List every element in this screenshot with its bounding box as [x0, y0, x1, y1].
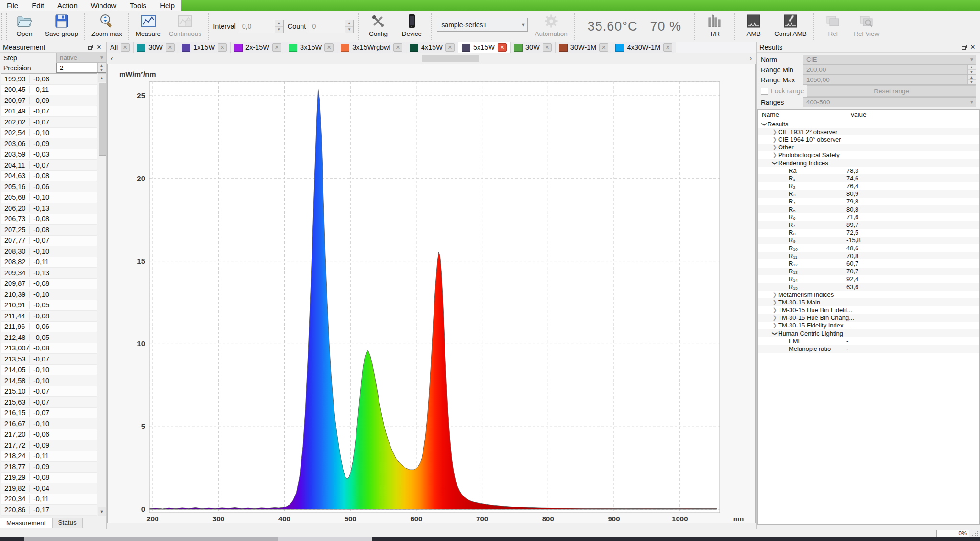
- table-row[interactable]: 199,93-0,06: [1, 74, 97, 85]
- scrollbar-thumb[interactable]: [99, 83, 106, 156]
- tree-row[interactable]: ❯TM-30-15 Main: [758, 298, 979, 306]
- series-select[interactable]: sample-series1▼: [437, 18, 528, 32]
- precision-input[interactable]: 2 ▲▼: [56, 63, 106, 73]
- table-row[interactable]: 203,06-0,09: [1, 138, 97, 149]
- tree-row[interactable]: EML-: [758, 337, 979, 345]
- series-tab-5x15w[interactable]: 5x15W✕: [458, 42, 511, 53]
- table-row[interactable]: 209,34-0,13: [1, 268, 97, 279]
- scroll-up-icon[interactable]: ▲: [98, 74, 106, 82]
- table-row[interactable]: 204,11-0,07: [1, 160, 97, 171]
- close-tab-icon[interactable]: ✕: [543, 43, 552, 52]
- toolbar-drag-handle[interactable]: [1, 13, 7, 40]
- t-r-button[interactable]: T/R: [698, 11, 731, 42]
- table-row[interactable]: 216,15-0,07: [1, 408, 97, 419]
- table-row[interactable]: 211,96-0,06: [1, 322, 97, 333]
- table-row[interactable]: 219,82-0,04: [1, 483, 97, 494]
- norm-select[interactable]: CIE ▼: [803, 55, 976, 65]
- table-row[interactable]: 207,25-0,08: [1, 225, 97, 236]
- table-row[interactable]: 206,73-0,08: [1, 214, 97, 225]
- tree-row[interactable]: ❯Rendering Indices: [758, 159, 979, 167]
- series-tab-4x15w[interactable]: 4x15W✕: [406, 42, 458, 53]
- close-tab-icon[interactable]: ✕: [218, 43, 227, 52]
- tree-row[interactable]: ❯TM-30-15 Hue Bin Fidelit...: [758, 306, 979, 314]
- count-input[interactable]: 0▲▼: [309, 20, 354, 33]
- close-tab-icon[interactable]: ✕: [121, 43, 130, 52]
- tree-row[interactable]: ❯Results: [758, 120, 979, 128]
- tree-row[interactable]: ❯CIE 1964 10° observer: [758, 135, 979, 143]
- table-row[interactable]: 209,87-0,08: [1, 279, 97, 290]
- tree-row[interactable]: R₁₄92,4: [758, 275, 979, 283]
- device-button[interactable]: Device: [395, 11, 428, 42]
- series-tab-30w[interactable]: 30W✕: [134, 42, 178, 53]
- chevron-right-icon[interactable]: ❯: [771, 292, 778, 298]
- range-max-spinner[interactable]: ▲▼: [967, 75, 976, 84]
- table-row[interactable]: 204,63-0,08: [1, 171, 97, 182]
- const-amb-button[interactable]: Const AMB: [770, 11, 811, 42]
- config-button[interactable]: Config: [361, 11, 395, 42]
- table-row[interactable]: 200,45-0,11: [1, 85, 97, 96]
- tree-row[interactable]: ❯CIE 1931 2° observer: [758, 128, 979, 135]
- interval-input[interactable]: 0,0▲▼: [239, 20, 284, 33]
- ranges-select[interactable]: 400-500 ▼: [803, 97, 976, 107]
- tree-row[interactable]: R₁₂60,7: [758, 259, 979, 267]
- table-row[interactable]: 206,20-0,13: [1, 203, 97, 214]
- chevron-right-icon[interactable]: ❯: [771, 129, 778, 135]
- menu-item-help[interactable]: Help: [153, 0, 181, 11]
- table-row[interactable]: 202,02-0,07: [1, 117, 97, 128]
- tree-row[interactable]: R₂76,4: [758, 182, 979, 190]
- table-row[interactable]: 201,49-0,07: [1, 106, 97, 117]
- chevron-down-icon[interactable]: ❯: [772, 330, 778, 337]
- menu-item-action[interactable]: Action: [51, 0, 84, 11]
- table-row[interactable]: 203,59-0,03: [1, 149, 97, 160]
- table-row[interactable]: 214,58-0,10: [1, 375, 97, 386]
- chevron-right-icon[interactable]: ❯: [771, 144, 778, 150]
- float-panel-icon[interactable]: [960, 44, 969, 51]
- chevron-right-icon[interactable]: ❯: [771, 322, 778, 328]
- menu-item-tools[interactable]: Tools: [123, 0, 153, 11]
- series-tab-30w[interactable]: 30W✕: [511, 42, 556, 53]
- scroll-right-icon[interactable]: ›: [746, 55, 756, 62]
- tree-row[interactable]: ❯Photobiological Safety: [758, 151, 979, 159]
- close-tab-icon[interactable]: ✕: [166, 43, 175, 52]
- table-row[interactable]: 220,34-0,11: [1, 494, 97, 505]
- close-tab-icon[interactable]: ✕: [272, 43, 281, 52]
- tree-row[interactable]: R₅80,8: [758, 205, 979, 213]
- series-tab-3x15wrgbwl[interactable]: 3x15Wrgbwl✕: [337, 42, 406, 53]
- tree-row[interactable]: R₁₀48,6: [758, 244, 979, 252]
- chevron-down-icon[interactable]: ❯: [761, 121, 768, 127]
- tree-row[interactable]: ❯TM-30-15 Hue Bin Chang...: [758, 314, 979, 322]
- table-row[interactable]: 202,54-0,10: [1, 128, 97, 139]
- step-select[interactable]: native ▼: [56, 53, 106, 63]
- table-row[interactable]: 218,77-0,09: [1, 462, 97, 473]
- rel-view-button[interactable]: Rel View: [850, 11, 883, 42]
- table-row[interactable]: 211,44-0,08: [1, 311, 97, 322]
- series-tab-2x-15w[interactable]: 2x-15W✕: [231, 42, 285, 53]
- chevron-right-icon[interactable]: ❯: [771, 299, 778, 305]
- close-tab-icon[interactable]: ✕: [498, 43, 507, 52]
- rel-button[interactable]: Rel: [816, 11, 850, 42]
- chevron-down-icon[interactable]: ❯: [772, 159, 778, 166]
- table-row[interactable]: 210,91-0,05: [1, 300, 97, 311]
- tree-row[interactable]: R₁74,6: [758, 174, 979, 182]
- tab-measurement[interactable]: Measurement: [0, 518, 52, 528]
- table-row[interactable]: 200,97-0,09: [1, 95, 97, 106]
- close-panel-icon[interactable]: ✕: [969, 44, 977, 51]
- series-tab-1x15w[interactable]: 1x15W✕: [178, 42, 231, 53]
- save-group-button[interactable]: Save group: [41, 11, 82, 42]
- table-row[interactable]: 208,30-0,10: [1, 246, 97, 257]
- table-row[interactable]: 208,82-0,11: [1, 257, 97, 268]
- tree-row[interactable]: R₈72,5: [758, 229, 979, 237]
- menu-item-edit[interactable]: Edit: [25, 0, 51, 11]
- chevron-right-icon[interactable]: ❯: [771, 307, 778, 313]
- table-row[interactable]: 213,53-0,07: [1, 354, 97, 365]
- resize-grip[interactable]: [972, 530, 979, 536]
- series-tab-all[interactable]: All✕: [107, 42, 134, 53]
- close-tab-icon[interactable]: ✕: [445, 43, 455, 52]
- tree-row[interactable]: R₆71,6: [758, 213, 979, 221]
- tab-status[interactable]: Status: [52, 518, 83, 528]
- series-tab-3x15w[interactable]: 3x15W✕: [285, 42, 337, 53]
- table-row[interactable]: 220,86-0,17: [1, 505, 97, 516]
- menu-item-window[interactable]: Window: [84, 0, 123, 11]
- tree-row[interactable]: ❯Metamerism Indices: [758, 291, 979, 298]
- scroll-thumb[interactable]: [422, 55, 479, 62]
